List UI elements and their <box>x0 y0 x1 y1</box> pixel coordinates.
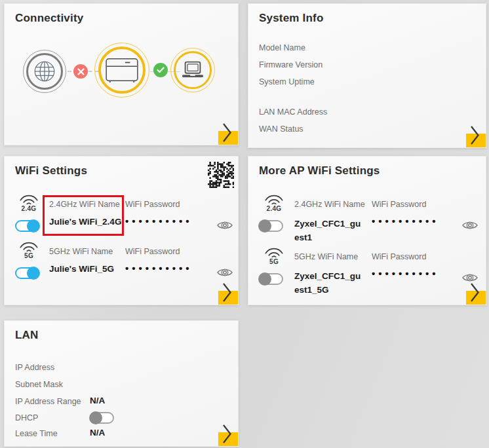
wifi-5g-toggle[interactable] <box>15 267 39 279</box>
system-info-card: System Info Model Name Firmware Version … <box>248 3 486 148</box>
more-ap-wifi-settings-title: More AP WiFi Settings <box>259 164 380 177</box>
chevron-right-icon <box>470 282 480 303</box>
guest-band-5g-icon: 5G <box>261 245 287 265</box>
guest-band-5g-label: 5G <box>261 258 287 265</box>
guest-band-2g-label: 2.4G <box>261 205 287 212</box>
dhcp-label: DHCP <box>15 413 38 422</box>
guest-5g-toggle[interactable] <box>259 273 283 285</box>
subnet-mask-label: Subnet Mask <box>15 380 63 389</box>
chevron-right-icon <box>222 282 232 303</box>
guest-2g-toggle[interactable] <box>259 220 283 232</box>
lease-time-label: Lease Time <box>15 429 58 438</box>
connectivity-card: Connectivity <box>4 3 239 145</box>
wifi-band-5g-icon: 5G <box>16 239 42 259</box>
wifi-2g-name-value: Julie's WiFi_2.4G <box>49 217 121 227</box>
system-info-more-button[interactable] <box>460 120 486 147</box>
system-uptime-label: System Uptime <box>259 77 315 86</box>
wifi-5g-password-mask: •••••••••• <box>125 263 193 274</box>
qr-code[interactable] <box>208 162 234 188</box>
ip-address-range-label: IP Address Range <box>15 397 81 406</box>
connectivity-title: Connectivity <box>15 12 83 25</box>
wifi-5g-password-label: WiFi Password <box>125 247 180 256</box>
guest-2g-password-label: WiFi Password <box>372 200 426 209</box>
client-node-ring <box>174 51 212 89</box>
lan-more-button[interactable] <box>212 419 238 446</box>
wifi-2g-toggle[interactable] <box>15 220 39 232</box>
wifi-band-2g-label: 2.4G <box>16 205 42 212</box>
wifi-2g-toggle-knob <box>27 219 40 233</box>
wifi-settings-more-button[interactable] <box>212 277 238 305</box>
internet-node <box>23 50 66 93</box>
more-ap-wifi-settings-card: More AP WiFi Settings 2.4G 2.4GHz WiFi N… <box>248 156 486 305</box>
firmware-version-label: Firmware Version <box>259 60 323 69</box>
laptop-icon <box>180 60 205 80</box>
router-node <box>94 43 149 98</box>
router-icon <box>104 56 140 84</box>
wifi-band-5g-label: 5G <box>16 252 42 259</box>
internet-node-ring <box>26 53 63 90</box>
router-node-ring <box>98 47 146 94</box>
wifi-2g-show-password-icon[interactable] <box>217 219 233 231</box>
guest-2g-name-label: 2.4GHz WiFi Name <box>294 200 365 209</box>
wifi-settings-card: WiFi Settings 2.4G 2.4GHz WiFi Name Juli… <box>4 156 239 305</box>
wifi-5g-name-value: Julie's WiFi_5G <box>49 264 114 274</box>
wifi-settings-title: WiFi Settings <box>15 164 87 177</box>
system-info-title: System Info <box>259 12 324 25</box>
ip-address-label: IP Address <box>15 363 54 372</box>
lan-card: LAN IP Address Subnet Mask IP Address Ra… <box>4 320 239 447</box>
guest-5g-password-label: WiFi Password <box>372 252 426 261</box>
dhcp-toggle-knob <box>89 411 102 424</box>
chevron-right-icon <box>222 122 232 143</box>
wifi-band-2g-icon: 2.4G <box>16 192 42 212</box>
chevron-right-icon <box>222 424 232 444</box>
dhcp-toggle[interactable] <box>90 412 114 424</box>
wifi-5g-toggle-knob <box>27 267 40 280</box>
more-ap-more-button[interactable] <box>460 277 486 305</box>
ip-address-range-value: N/A <box>90 396 105 405</box>
client-node <box>170 48 215 92</box>
dashboard: { "colors": { "accent_yellow": "#fcc200"… <box>0 0 489 448</box>
wifi-2g-password-label: WiFi Password <box>125 200 180 209</box>
client-ok-icon <box>153 63 168 77</box>
lease-time-value: N/A <box>90 428 105 438</box>
guest-5g-password-mask: •••••••••• <box>372 268 439 279</box>
guest-5g-name-value: Zyxel_CFC1_guest1_5G <box>294 269 364 297</box>
guest-5g-toggle-knob <box>258 272 271 286</box>
lan-mac-address-label: LAN MAC Address <box>259 107 327 117</box>
guest-2g-password-mask: •••••••••• <box>372 215 439 227</box>
guest-2g-toggle-knob <box>258 219 271 233</box>
guest-2g-name-value: Zyxel_CFC1_guest1 <box>294 217 364 244</box>
internet-error-icon <box>73 64 88 79</box>
connectivity-more-button[interactable] <box>212 117 238 145</box>
globe-icon <box>32 59 57 84</box>
guest-2g-show-password-icon[interactable] <box>462 219 478 231</box>
guest-band-2g-icon: 2.4G <box>261 192 287 212</box>
guest-5g-name-label: 5GHz WiFi Name <box>294 252 358 261</box>
chevron-right-icon <box>470 125 480 145</box>
wifi-2g-name-label: 2.4GHz WiFi Name <box>49 200 120 209</box>
model-name-label: Model Name <box>259 43 305 52</box>
wifi-2g-password-mask: •••••••••• <box>125 215 193 227</box>
wifi-5g-name-label: 5GHz WiFi Name <box>49 247 113 256</box>
lan-title: LAN <box>15 329 39 342</box>
wan-status-label: WAN Status <box>259 124 303 134</box>
